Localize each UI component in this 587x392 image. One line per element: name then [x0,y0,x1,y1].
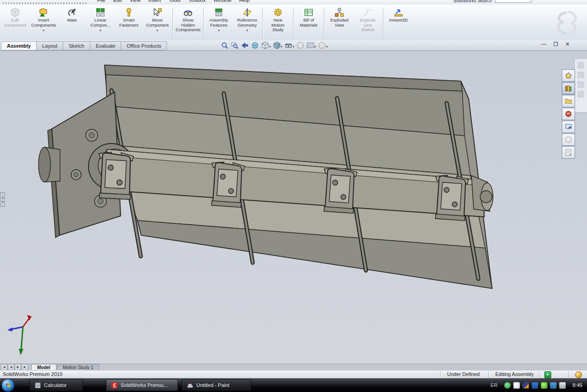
solidworks-search-input[interactable] [495,0,532,3]
menu-edit[interactable]: Edit [113,0,122,3]
first-tab-icon[interactable]: ◀ [1,364,7,370]
appearances-scenes-button[interactable] [562,133,575,146]
minimize-icon[interactable] [541,41,546,47]
next-tab-icon[interactable]: ▶ [15,364,21,370]
section-view-icon[interactable] [250,41,260,50]
tab-assembly[interactable]: Assembly [1,41,36,50]
calculator-icon [34,382,41,389]
last-tab-icon[interactable]: ▶ [22,364,28,370]
move-component-button[interactable]: Move Component [143,6,172,41]
search-icon [565,110,572,118]
windows-taskbar: Calculator SolidWorks Premiu... Untitled… [0,378,587,392]
task-pane-tab-strip [562,69,575,159]
heads-up-view-toolbar [220,41,328,50]
custom-properties-button[interactable] [562,146,575,159]
apply-scene-icon[interactable] [306,41,317,50]
appearances-icon [565,136,572,144]
toolbar-separator [203,8,204,39]
edit-component-icon [10,7,20,17]
tab-sketch[interactable]: Sketch [63,41,90,50]
insert-components-button[interactable]: Insert Components [29,6,58,41]
new-motion-study-button[interactable]: New Motion Study [264,6,292,41]
taskbar-clock[interactable]: 8:45 [573,382,582,388]
menu-window[interactable]: Window [213,0,231,3]
view-orientation-icon[interactable] [260,41,271,50]
product-name-label: SolidWorks Premium 2010 [3,371,62,377]
dropdown-caret-icon[interactable] [100,28,101,33]
toolbar-separator [324,8,324,39]
zoom-to-fit-icon[interactable] [220,41,229,50]
previous-tab-icon[interactable]: ◀ [8,364,14,370]
document-tab-bar: ◀ ◀ ▶ ▶ Model Motion Study 1 [0,364,587,370]
display-style-icon[interactable] [272,41,283,50]
dropdown-caret-icon[interactable] [43,28,44,33]
restore-icon[interactable] [554,41,558,47]
toolbar-separator [383,8,383,39]
document-window-controls [541,41,570,47]
edit-appearance-icon[interactable] [296,41,305,50]
tab-evaluate[interactable]: Evaluate [90,41,121,50]
dropdown-caret-icon[interactable] [218,28,220,33]
menu-view[interactable]: View [130,0,141,3]
instant3d-button[interactable]: Instant3D [384,6,413,41]
tab-model[interactable]: Model [31,364,56,370]
library-icon [565,84,572,92]
linear-component-pattern-button[interactable]: Linear Compon... [86,6,115,41]
file-explorer-button[interactable] [562,95,575,107]
feature-tree-splitter-handle[interactable]: ◂◂ [0,192,5,207]
exploded-view-button[interactable]: Exploded View [325,6,354,41]
tray-volume-icon[interactable] [559,382,566,389]
menu-file[interactable]: File [97,0,105,3]
bill-of-materials-icon [304,7,314,17]
clamp-bracket-1 [97,152,134,200]
language-indicator[interactable]: ER [491,383,498,388]
tab-motion-study-1[interactable]: Motion Study 1 [57,364,100,370]
tab-layout[interactable]: Layout [36,41,63,50]
graphics-viewport[interactable]: ◂◂ [0,51,587,364]
origin-triad [7,315,32,355]
hide-show-items-icon[interactable] [284,41,295,50]
reference-geometry-button[interactable]: Reference Geometry [233,6,261,41]
taskbar-button-solidworks[interactable]: SolidWorks Premiu... [106,379,178,391]
solidworks-resources-button[interactable] [562,69,575,82]
tray-network-icon[interactable] [550,382,557,389]
command-manager-tab-row: Assembly Layout Sketch Evaluate Office P… [0,40,587,51]
mate-button[interactable]: Mate [58,6,86,41]
show-hidden-components-button[interactable]: Show Hidden Components [174,6,202,41]
view-settings-icon[interactable] [317,41,328,50]
design-library-button[interactable] [562,82,575,94]
tab-office-products[interactable]: Office Products [121,41,167,50]
assembly-features-button[interactable]: Assembly Features [205,6,233,41]
tray-antivirus-icon[interactable] [504,382,511,389]
dropdown-caret-icon[interactable] [156,28,158,33]
view-palette-icon [565,123,572,131]
zoom-to-area-icon[interactable] [230,41,239,50]
start-button[interactable] [1,379,15,392]
constraint-status-label: Under Defined [447,371,480,377]
menu-help[interactable]: Help [239,0,250,3]
bill-of-materials-button[interactable]: Bill of Materials [294,6,323,41]
solidworks-icon [111,382,118,389]
edit-component-button[interactable]: Edit Component [1,6,29,41]
previous-view-icon[interactable] [240,41,249,50]
explode-line-sketch-button[interactable]: Explode Line Sketch [354,6,382,41]
menu-tools[interactable]: Tools [169,0,181,3]
close-icon[interactable] [565,41,570,47]
quick-tips-icon[interactable]: ▸ [544,371,551,378]
task-pane-ghost-icon [577,72,584,78]
menu-toolbox[interactable]: Toolbox [188,0,206,3]
dropdown-caret-icon[interactable] [246,28,248,33]
assembly-3d-model[interactable] [0,51,587,364]
search-button[interactable] [562,108,575,120]
toolbar-separator [172,8,173,39]
tray-update-icon[interactable] [541,382,548,389]
taskbar-button-paint[interactable]: Untitled - Paint [182,379,251,391]
help-icon[interactable] [575,371,582,378]
view-palette-button[interactable] [562,121,575,133]
taskbar-button-calculator[interactable]: Calculator [29,379,83,391]
smart-fasteners-button[interactable]: Smart Fasteners [115,6,143,41]
menu-insert[interactable]: Insert [148,0,161,3]
tray-app-icon[interactable] [522,382,529,389]
tray-messenger-icon[interactable] [513,382,520,389]
tray-bluetooth-icon[interactable] [532,382,538,389]
